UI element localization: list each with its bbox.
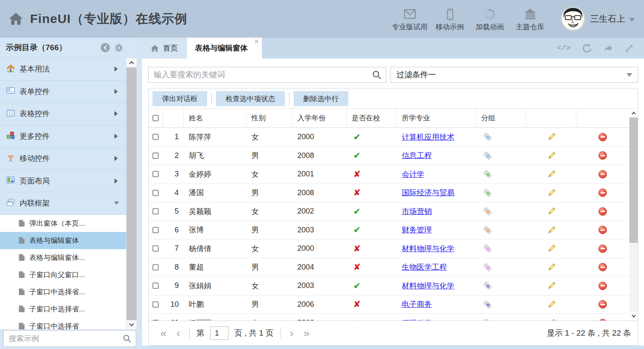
- view-source-icon[interactable]: </>: [557, 43, 571, 53]
- sidebar-item[interactable]: 子窗口向父窗口...: [0, 266, 126, 283]
- filter-dropdown[interactable]: 过滤条件一: [390, 67, 638, 83]
- row-checkbox[interactable]: [149, 147, 163, 165]
- app-title: FineUI（专业版）在线示例: [30, 10, 188, 28]
- scroll-down-icon[interactable]: [127, 320, 137, 329]
- expand-icon[interactable]: [624, 43, 634, 53]
- header-action[interactable]: 主题仓库: [510, 6, 550, 32]
- edit-row-button[interactable]: [526, 128, 576, 146]
- scroll-up-icon[interactable]: [629, 109, 638, 117]
- header-action[interactable]: 移动示例: [430, 6, 470, 32]
- toolbar-button-3[interactable]: 删除选中行: [294, 91, 348, 106]
- sidebar-item[interactable]: 子窗口中选择省: [0, 318, 126, 330]
- major-link[interactable]: 市场营销: [402, 206, 432, 217]
- next-page-button[interactable]: ›: [285, 328, 299, 339]
- keyword-search-input[interactable]: [149, 70, 372, 79]
- sidebar-item[interactable]: 子窗口中选择省...: [0, 283, 126, 301]
- sidebar-group[interactable]: 移动控件: [0, 148, 126, 170]
- row-checkbox[interactable]: [149, 165, 163, 183]
- sidebar-group[interactable]: 基本用法: [0, 58, 126, 81]
- major-link[interactable]: 财务管理: [402, 225, 432, 235]
- toolbar-button-2[interactable]: 检查选中项状态: [216, 91, 285, 106]
- major-link[interactable]: 信息工程: [402, 150, 432, 160]
- major-link[interactable]: 计算机应用技术: [402, 132, 454, 142]
- delete-row-button[interactable]: [576, 221, 629, 239]
- major-link[interactable]: 电子商务: [402, 299, 432, 309]
- sidebar-item[interactable]: 表格与编辑窗体: [0, 232, 126, 249]
- sidebar-item[interactable]: 表格与编辑窗体...: [0, 249, 126, 266]
- sidebar-group[interactable]: 页面布局: [0, 170, 126, 193]
- delete-row-button[interactable]: [576, 277, 629, 295]
- row-checkbox[interactable]: [149, 296, 163, 314]
- page-number-input[interactable]: [210, 326, 228, 340]
- edit-row-button[interactable]: [526, 314, 576, 321]
- scroll-up-icon[interactable]: [127, 58, 137, 67]
- delete-row-button[interactable]: [576, 165, 629, 183]
- major-link[interactable]: 国际经济与贸易: [402, 188, 454, 198]
- app-header: FineUI（专业版）在线示例 专业版试用 移动示例 加载动画 主题仓库: [0, 0, 644, 38]
- settings-gear-icon[interactable]: [114, 43, 124, 53]
- username[interactable]: 三生石上: [590, 13, 625, 25]
- delete-row-button[interactable]: [576, 202, 629, 221]
- prev-page-button[interactable]: ‹: [171, 328, 185, 339]
- major-link[interactable]: 材料物理与化学: [402, 244, 454, 254]
- tab-toolbar: </>: [557, 38, 644, 59]
- sidebar-scrollbar[interactable]: [127, 58, 137, 329]
- first-page-button[interactable]: «: [155, 328, 171, 339]
- delete-row-button[interactable]: [576, 239, 629, 258]
- edit-row-button[interactable]: [526, 147, 576, 165]
- scroll-down-icon[interactable]: [629, 312, 638, 321]
- sidebar-scrollbar-thumb[interactable]: [127, 67, 137, 320]
- major-link[interactable]: 材料物理与化学: [402, 281, 454, 291]
- delete-row-button[interactable]: [576, 296, 629, 314]
- row-checkbox[interactable]: [149, 128, 163, 146]
- edit-row-button[interactable]: [526, 165, 576, 183]
- share-icon[interactable]: [603, 43, 614, 53]
- row-checkbox[interactable]: [149, 202, 163, 221]
- sidebar-item[interactable]: 子窗口中选择省...: [0, 301, 126, 318]
- toolbar-button-1[interactable]: 弹出对话框: [152, 91, 207, 106]
- row-checkbox[interactable]: [149, 258, 163, 277]
- header-action[interactable]: 专业版试用: [390, 6, 430, 32]
- row-checkbox[interactable]: [149, 221, 163, 239]
- delete-row-button[interactable]: [576, 258, 629, 277]
- edit-row-button[interactable]: [526, 184, 576, 202]
- edit-row-button[interactable]: [526, 239, 576, 258]
- row-checkbox[interactable]: [149, 314, 163, 321]
- edit-row-button[interactable]: [526, 221, 576, 239]
- major-link[interactable]: 会计学: [402, 169, 424, 179]
- search-icon[interactable]: [372, 70, 382, 80]
- search-icon[interactable]: [122, 334, 132, 343]
- pencil-icon: [547, 132, 556, 142]
- delete-row-button[interactable]: [576, 314, 629, 321]
- sidebar-group[interactable]: 更多控件: [0, 125, 126, 148]
- col-year: 入学年份: [292, 109, 347, 127]
- table-scrollbar[interactable]: [629, 109, 638, 321]
- edit-row-button[interactable]: [526, 277, 576, 295]
- sidebar-group[interactable]: 内联框架: [0, 192, 126, 215]
- edit-row-button[interactable]: [526, 202, 576, 221]
- sidebar-group[interactable]: 表单控件: [0, 81, 126, 103]
- header-action[interactable]: 加载动画: [470, 6, 510, 32]
- sidebar-item[interactable]: 弹出窗体（本页...: [0, 215, 126, 232]
- collapse-sidebar-icon[interactable]: [101, 43, 110, 52]
- delete-row-button[interactable]: [576, 184, 629, 202]
- avatar[interactable]: [561, 7, 585, 31]
- row-checkbox[interactable]: [149, 184, 163, 202]
- table-scrollbar-thumb[interactable]: [629, 117, 638, 243]
- row-checkbox[interactable]: [149, 239, 163, 258]
- edit-row-button[interactable]: [526, 258, 576, 277]
- sidebar-search-input[interactable]: [4, 334, 122, 343]
- delete-row-button[interactable]: [576, 147, 629, 165]
- select-all-checkbox[interactable]: [149, 109, 163, 127]
- delete-row-button[interactable]: [576, 128, 629, 146]
- close-tab-icon[interactable]: ✕: [254, 38, 259, 45]
- tab-home[interactable]: 首页: [142, 38, 187, 59]
- tab-grid-edit-window[interactable]: 表格与编辑窗体 ✕: [187, 38, 262, 59]
- sidebar-group[interactable]: 表格控件: [0, 103, 126, 125]
- row-checkbox[interactable]: [149, 277, 163, 295]
- refresh-icon[interactable]: [582, 43, 592, 53]
- user-menu-caret-icon[interactable]: [629, 18, 635, 22]
- last-page-button[interactable]: »: [299, 328, 314, 339]
- edit-row-button[interactable]: [526, 296, 576, 314]
- major-link[interactable]: 生物医学工程: [402, 262, 447, 272]
